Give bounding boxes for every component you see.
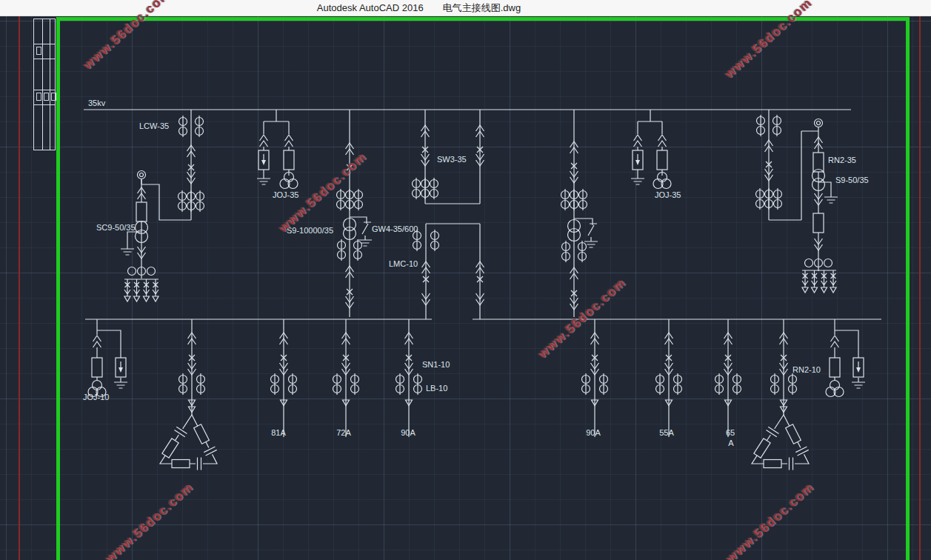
titleblock-glyph: [44, 93, 49, 101]
paper-edge-line-left: [19, 16, 20, 560]
drawing-titleblock: [33, 19, 56, 150]
app-title: Autodesk AutoCAD 2016: [317, 2, 424, 13]
viewport-border-top: [56, 17, 910, 21]
paper-edge-line-right: [919, 16, 921, 560]
titleblock-glyph: [51, 93, 56, 101]
titleblock-glyph: [36, 47, 41, 55]
titleblock-glyph: [36, 93, 41, 101]
viewport-border-left: [56, 17, 60, 560]
viewport-border-right: [906, 17, 910, 560]
drawing-canvas[interactable]: [0, 16, 931, 560]
window-titlebar[interactable]: Autodesk AutoCAD 2016 电气主接线图.dwg: [0, 0, 931, 16]
document-name: 电气主接线图.dwg: [443, 1, 521, 15]
